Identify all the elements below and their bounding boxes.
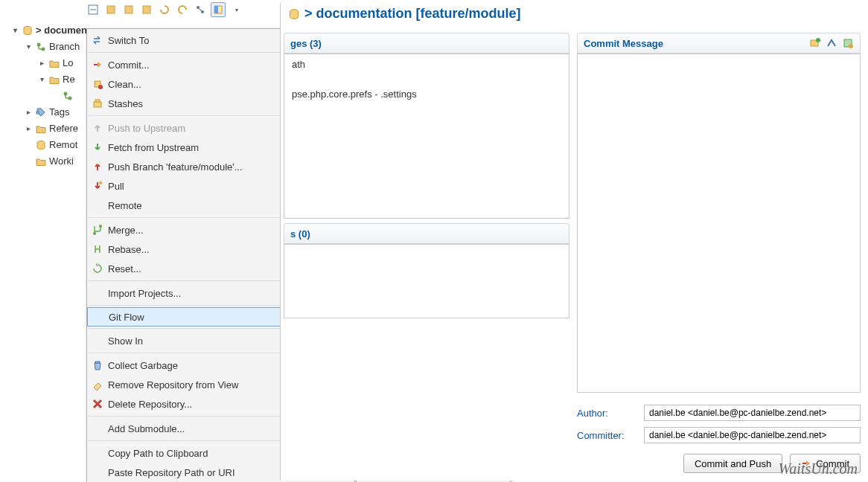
commit-message-heading: Commit Message <box>577 33 861 54</box>
commit-message-textarea[interactable] <box>577 54 861 393</box>
committer-label: Committer: <box>577 430 636 441</box>
staged-heading: s (0) <box>284 223 569 244</box>
staged-list[interactable] <box>284 244 569 318</box>
svg-point-22 <box>93 232 96 235</box>
branch-icon <box>63 91 73 101</box>
watermark-text: WaitsUn.com <box>779 460 858 478</box>
amend-icon[interactable] <box>809 37 821 49</box>
unstaged-row[interactable]: pse.php.core.prefs - .settings <box>292 89 561 103</box>
merge-icon <box>92 224 108 236</box>
toolbar-git-c-icon[interactable] <box>139 2 154 17</box>
commit-and-push-label: Commit and Push <box>695 458 771 469</box>
reset-icon <box>92 263 108 274</box>
unstaged-list[interactable]: athpse.php.core.prefs - .settings <box>284 54 569 219</box>
svg-point-23 <box>99 225 102 228</box>
unstaged-row[interactable] <box>292 74 561 89</box>
folder-icon <box>36 156 46 167</box>
author-label: Author: <box>577 408 636 419</box>
toolbar-layout-toggle-icon[interactable] <box>211 2 226 17</box>
pull-icon <box>92 180 108 192</box>
folder-icon <box>49 74 60 85</box>
svg-rect-24 <box>95 362 100 363</box>
unstaged-heading-text: ges (3) <box>290 38 322 49</box>
svg-rect-2 <box>107 6 115 13</box>
unstaged-row[interactable]: ath <box>292 59 561 74</box>
expand-icon[interactable] <box>10 26 19 35</box>
folder-icon <box>36 123 46 134</box>
toolbar-tree-mode-icon[interactable] <box>193 2 208 17</box>
tree-node-label: Tags <box>49 104 69 120</box>
unstaged-heading: ges (3) <box>284 33 569 54</box>
committer-input[interactable] <box>644 427 861 443</box>
svg-line-7 <box>198 7 202 12</box>
staged-heading-text: s (0) <box>290 228 310 240</box>
toolbar-git-b-icon[interactable] <box>121 2 136 17</box>
expand-icon[interactable] <box>24 124 33 133</box>
svg-point-31 <box>849 44 853 48</box>
signoff-icon[interactable] <box>826 37 837 49</box>
toolbar-collapse-all-icon[interactable] <box>86 2 100 17</box>
switch-icon <box>92 34 108 46</box>
clean-icon <box>92 78 108 90</box>
tree-node-label: Remot <box>49 137 77 153</box>
tree-node-label: Refere <box>49 120 78 137</box>
expand-icon[interactable] <box>37 75 46 84</box>
commit-heading-text: Commit Message <box>584 38 663 49</box>
db-icon <box>36 140 46 150</box>
tree-node-label: Re <box>63 71 75 88</box>
author-input[interactable] <box>644 405 861 421</box>
svg-rect-4 <box>143 6 150 13</box>
tags-icon <box>36 107 46 118</box>
changeid-icon[interactable] <box>842 37 854 49</box>
branch-icon <box>36 42 46 52</box>
delete-icon <box>92 398 108 410</box>
svg-rect-19 <box>94 102 101 107</box>
top-toolbar <box>86 0 243 19</box>
toolbar-refresh-cw-icon[interactable] <box>157 2 172 17</box>
folder-icon <box>49 58 60 68</box>
tree-node-label: Branch <box>49 39 80 55</box>
push-icon <box>92 122 108 134</box>
toolbar-view-menu-icon[interactable] <box>229 2 243 17</box>
tree-node-label: Worki <box>49 153 74 170</box>
erase-icon <box>92 379 108 391</box>
rebase-icon <box>92 243 108 255</box>
toolbar-git-a-icon[interactable] <box>103 2 118 17</box>
tree-node-label: Lo <box>63 55 73 71</box>
svg-point-29 <box>816 38 820 42</box>
trash-icon <box>92 359 108 371</box>
tree-root-label: > documen <box>36 22 87 39</box>
svg-point-21 <box>99 181 102 184</box>
commit-icon <box>92 59 108 71</box>
expand-icon[interactable] <box>37 59 46 68</box>
stash-icon <box>92 97 108 109</box>
svg-rect-3 <box>125 6 133 13</box>
svg-point-18 <box>98 85 103 89</box>
staging-title-bar: > documentation [feature/module] <box>281 3 864 28</box>
toolbar-refresh-ccw-icon[interactable] <box>175 2 190 17</box>
expand-icon[interactable] <box>24 108 33 117</box>
svg-rect-9 <box>214 6 218 13</box>
pushb-icon <box>92 161 108 173</box>
svg-rect-20 <box>95 100 100 102</box>
svg-rect-15 <box>36 112 39 114</box>
staging-view: > documentation [feature/module] ges (3)… <box>280 3 864 481</box>
repo-icon <box>22 25 33 36</box>
commit-and-push-button[interactable]: Commit and Push <box>683 454 782 473</box>
staging-title-text: > documentation [feature/module] <box>304 6 521 22</box>
menu-item-label: Show In <box>108 335 293 347</box>
repo-icon <box>288 8 300 20</box>
fetch-icon <box>92 141 108 153</box>
expand-icon[interactable] <box>24 42 33 51</box>
